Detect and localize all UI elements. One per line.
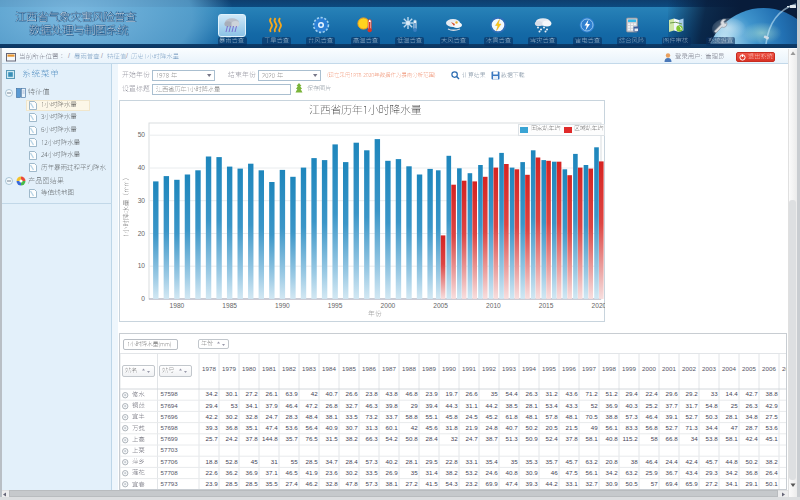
svg-text:41.5: 41.5	[425, 480, 438, 487]
svg-text:57.3: 57.3	[625, 413, 638, 420]
svg-text:35: 35	[490, 390, 497, 397]
svg-text:40.9: 40.9	[325, 424, 338, 431]
svg-text:23.9: 23.9	[205, 480, 218, 487]
svg-text:42.9: 42.9	[765, 402, 778, 409]
svg-text:35: 35	[410, 469, 417, 476]
svg-text:83.3: 83.3	[625, 424, 638, 431]
svg-text:47.4: 47.4	[505, 480, 518, 487]
svg-text:1986: 1986	[362, 365, 376, 372]
svg-text:57699: 57699	[160, 435, 178, 442]
svg-text:54.3: 54.3	[445, 480, 458, 487]
svg-text:31.4: 31.4	[425, 469, 438, 476]
svg-text:28.1: 28.1	[725, 413, 738, 420]
svg-text:27.2: 27.2	[405, 480, 418, 487]
svg-text:57698: 57698	[160, 424, 178, 431]
svg-text:42.4: 42.4	[745, 435, 758, 442]
svg-text:40.8: 40.8	[605, 435, 618, 442]
svg-text:23.9: 23.9	[425, 390, 438, 397]
svg-text:38.7: 38.7	[485, 435, 498, 442]
svg-text:28.4: 28.4	[425, 435, 438, 442]
svg-text:2005: 2005	[433, 302, 448, 309]
svg-text:22.6: 22.6	[205, 469, 218, 476]
svg-text:26.8: 26.8	[325, 402, 338, 409]
svg-text:24.6: 24.6	[485, 469, 498, 476]
svg-text:25.2: 25.2	[645, 402, 658, 409]
svg-text:40: 40	[138, 164, 146, 171]
svg-text:50.1: 50.1	[765, 480, 778, 487]
svg-text:54.8: 54.8	[705, 402, 718, 409]
svg-text:37.8: 37.8	[565, 435, 578, 442]
svg-text:31.7: 31.7	[685, 402, 698, 409]
svg-text:35.7: 35.7	[285, 435, 298, 442]
svg-text:76.5: 76.5	[305, 435, 318, 442]
svg-text:38.1: 38.1	[385, 480, 398, 487]
svg-text:1989: 1989	[422, 365, 436, 372]
svg-text:57.3: 57.3	[365, 480, 378, 487]
svg-text:69.4: 69.4	[665, 480, 678, 487]
svg-text:32.8: 32.8	[325, 480, 338, 487]
svg-text:25.7: 25.7	[205, 435, 218, 442]
svg-text:2001: 2001	[662, 365, 676, 372]
svg-text:30.7: 30.7	[345, 424, 358, 431]
svg-text:28.1: 28.1	[405, 458, 418, 465]
svg-text:34.7: 34.7	[325, 458, 338, 465]
svg-text:50.2: 50.2	[745, 458, 758, 465]
svg-text:24.2: 24.2	[225, 435, 238, 442]
svg-text:1987: 1987	[382, 365, 396, 372]
svg-text:37.1: 37.1	[265, 469, 278, 476]
svg-text:1981: 1981	[262, 365, 276, 372]
svg-text:70.5: 70.5	[585, 413, 598, 420]
svg-text:1995: 1995	[542, 365, 556, 372]
svg-text:29.4: 29.4	[205, 402, 218, 409]
svg-text:31.3: 31.3	[365, 424, 378, 431]
svg-text:45.8: 45.8	[445, 413, 458, 420]
svg-text:56.1: 56.1	[585, 469, 598, 476]
svg-text:48.1: 48.1	[565, 413, 578, 420]
svg-text:63.2: 63.2	[625, 469, 638, 476]
svg-text:42.2: 42.2	[205, 413, 218, 420]
svg-text:37.8: 37.8	[245, 435, 258, 442]
svg-text:55: 55	[290, 458, 297, 465]
svg-text:20: 20	[138, 230, 146, 237]
svg-text:57793: 57793	[160, 480, 178, 487]
svg-text:45: 45	[250, 458, 257, 465]
svg-text:44.8: 44.8	[725, 458, 738, 465]
svg-text:32.7: 32.7	[585, 480, 598, 487]
svg-text:45.1: 45.1	[765, 435, 778, 442]
svg-text:54.2: 54.2	[385, 435, 398, 442]
svg-text:22.4: 22.4	[645, 390, 658, 397]
svg-text:33: 33	[710, 390, 717, 397]
svg-text:47.5: 47.5	[565, 469, 578, 476]
svg-text:144.8: 144.8	[262, 435, 278, 442]
svg-text:36.7: 36.7	[665, 469, 678, 476]
svg-text:40.7: 40.7	[325, 390, 338, 397]
svg-text:30.9: 30.9	[605, 480, 618, 487]
svg-text:23.8: 23.8	[365, 390, 378, 397]
svg-text:37.7: 37.7	[665, 402, 678, 409]
svg-text:31.8: 31.8	[445, 424, 458, 431]
svg-text:26.3: 26.3	[525, 390, 538, 397]
svg-text:39.1: 39.1	[665, 413, 678, 420]
svg-text:34.2: 34.2	[205, 390, 218, 397]
svg-text:24.7: 24.7	[265, 413, 278, 420]
svg-text:2007: 2007	[782, 365, 786, 372]
svg-text:31.1: 31.1	[465, 402, 478, 409]
svg-text:25.9: 25.9	[645, 469, 658, 476]
svg-text:43.6: 43.6	[565, 390, 578, 397]
svg-text:28.5: 28.5	[305, 458, 318, 465]
svg-text:29.3: 29.3	[705, 469, 718, 476]
svg-text:1995: 1995	[328, 302, 343, 309]
svg-text:52.4: 52.4	[545, 435, 558, 442]
svg-text:61.8: 61.8	[505, 413, 518, 420]
svg-text:57: 57	[650, 480, 657, 487]
svg-text:18.8: 18.8	[205, 458, 218, 465]
svg-text:50: 50	[138, 131, 146, 138]
svg-text:53.2: 53.2	[465, 469, 478, 476]
svg-text:26.3: 26.3	[745, 402, 758, 409]
svg-text:55.1: 55.1	[425, 413, 438, 420]
svg-text:47.4: 47.4	[265, 424, 278, 431]
svg-text:39.3: 39.3	[525, 480, 538, 487]
svg-text:21.5: 21.5	[565, 424, 578, 431]
svg-text:34.2: 34.2	[725, 469, 738, 476]
svg-text:26.4: 26.4	[765, 469, 778, 476]
